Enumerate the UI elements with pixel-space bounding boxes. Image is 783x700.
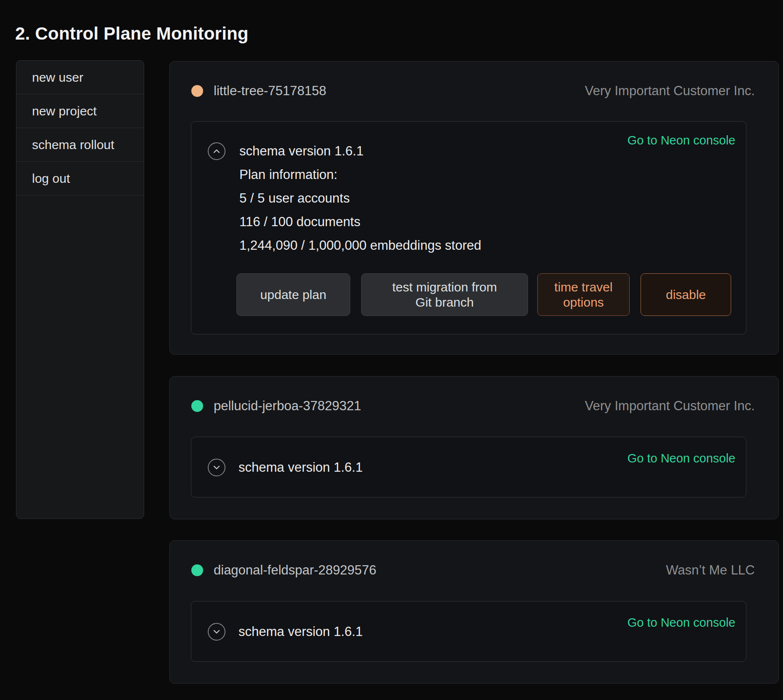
- disable-button[interactable]: disable: [641, 273, 731, 316]
- sidebar-item-new-project[interactable]: new project: [16, 94, 144, 128]
- plan-info: schema version 1.6.1 Plan information: 5…: [239, 139, 481, 257]
- sidebar-item-new-user[interactable]: new user: [16, 61, 144, 94]
- control-plane-monitoring-page: 2. Control Plane Monitoring new user new…: [0, 0, 783, 700]
- plan-info-line: 1,244,090 / 1,000,000 embeddings stored: [239, 234, 481, 257]
- sidebar-item-log-out[interactable]: log out: [16, 162, 144, 195]
- schema-version: schema version 1.6.1: [239, 139, 481, 163]
- test-migration-button[interactable]: test migration from Git branch: [361, 273, 528, 316]
- neon-console-link[interactable]: Go to Neon console: [627, 452, 735, 465]
- project-name: little-tree-75178158: [214, 83, 326, 99]
- plan-info-line: Plan information:: [239, 163, 481, 187]
- schema-version: schema version 1.6.1: [239, 460, 363, 475]
- customer-name: Wasn’t Me LLC: [666, 563, 755, 578]
- chevron-down-icon: [212, 464, 221, 471]
- status-dot-icon: [191, 400, 203, 412]
- customer-name: Very Important Customer Inc.: [585, 398, 755, 414]
- neon-console-link[interactable]: Go to Neon console: [627, 134, 735, 147]
- schema-row: schema version 1.6.1: [208, 458, 363, 477]
- plan-info-line: 5 / 5 user accounts: [239, 187, 481, 210]
- project-detail-panel: Go to Neon console schema version 1.6.1: [191, 437, 746, 497]
- sidebar-item-schema-rollout[interactable]: schema rollout: [16, 128, 144, 162]
- customer-name: Very Important Customer Inc.: [585, 83, 755, 99]
- project-name: diagonal-feldspar-28929576: [214, 563, 376, 578]
- button-label: update plan: [260, 287, 327, 302]
- chevron-down-icon: [212, 628, 221, 636]
- project-card-header: little-tree-75178158 Very Important Cust…: [191, 82, 755, 100]
- project-detail-panel: Go to Neon console schema version 1.6.1: [191, 601, 746, 662]
- time-travel-options-button[interactable]: time travel options: [537, 273, 630, 316]
- project-card: little-tree-75178158 Very Important Cust…: [169, 61, 779, 355]
- project-card: pellucid-jerboa-37829321 Very Important …: [169, 376, 779, 519]
- sidebar: new user new project schema rollout log …: [16, 60, 144, 519]
- project-card-header: pellucid-jerboa-37829321 Very Important …: [191, 397, 755, 415]
- expand-toggle[interactable]: [208, 623, 225, 641]
- button-label: test migration from Git branch: [386, 280, 504, 310]
- update-plan-button[interactable]: update plan: [236, 273, 350, 316]
- project-card: diagonal-feldspar-28929576 Wasn’t Me LLC…: [169, 540, 779, 684]
- page-title: 2. Control Plane Monitoring: [15, 24, 249, 44]
- schema-version: schema version 1.6.1: [239, 624, 363, 639]
- chevron-up-icon: [212, 147, 221, 155]
- plan-info-line: 116 / 100 documents: [239, 210, 481, 234]
- project-name: pellucid-jerboa-37829321: [214, 398, 361, 414]
- collapse-toggle[interactable]: [208, 142, 225, 160]
- status-dot-icon: [191, 564, 203, 576]
- project-card-header: diagonal-feldspar-28929576 Wasn’t Me LLC: [191, 561, 755, 579]
- status-dot-icon: [191, 85, 203, 97]
- button-label: disable: [666, 287, 706, 302]
- schema-row: schema version 1.6.1: [208, 623, 363, 641]
- neon-console-link[interactable]: Go to Neon console: [627, 616, 735, 630]
- project-detail-panel: Go to Neon console schema version 1.6.1 …: [191, 121, 746, 334]
- expand-toggle[interactable]: [208, 459, 225, 476]
- button-label: time travel options: [550, 280, 617, 310]
